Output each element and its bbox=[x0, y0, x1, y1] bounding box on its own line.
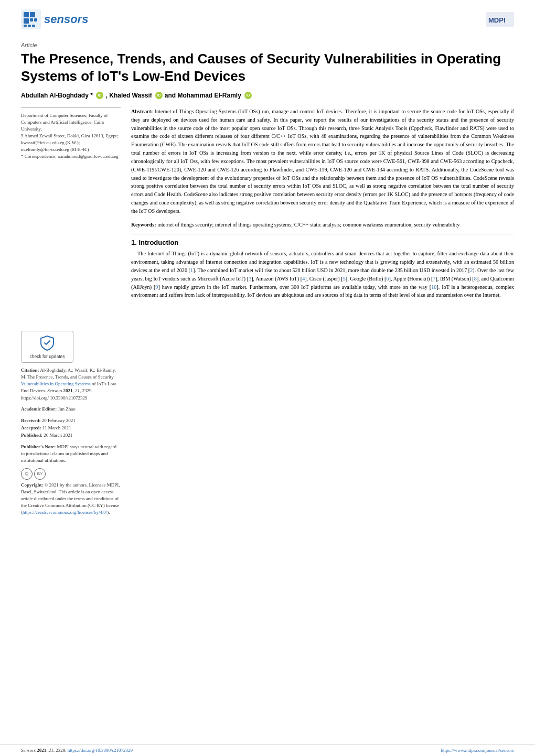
cc-icons: © BY bbox=[21, 468, 121, 480]
svg-rect-8 bbox=[32, 25, 35, 27]
svg-rect-5 bbox=[34, 18, 37, 21]
footer-citation: Sensors 2021, 21, 2329. https://doi.org/… bbox=[21, 748, 133, 753]
svg-rect-1 bbox=[24, 12, 29, 17]
published-date: Published: 26 March 2021 bbox=[21, 431, 121, 439]
received-date: Received: 20 February 2021 bbox=[21, 417, 121, 424]
copyright-text: Copyright: © 2021 by the authors. Licens… bbox=[21, 482, 121, 516]
journal-name: sensors bbox=[44, 13, 88, 26]
check-updates-label: check for updates bbox=[29, 354, 65, 359]
svg-rect-3 bbox=[24, 18, 29, 24]
content-area: Article The Presence, Trends, and Causes… bbox=[0, 35, 535, 530]
intro-heading: 1. Introduction bbox=[131, 239, 514, 246]
intro-text: The Internet of Things (IoT) is a dynami… bbox=[131, 250, 514, 299]
author-2: Khaled Wassif bbox=[109, 92, 152, 99]
author-separator-1: , bbox=[105, 92, 107, 99]
accepted-date: Accepted: 11 March 2021 bbox=[21, 424, 121, 431]
cc-license-box: © BY Copyright: © 2021 by the authors. L… bbox=[21, 468, 121, 516]
left-sidebar: Department of Computer Sciences, Faculty… bbox=[21, 107, 121, 519]
author-3-orcid[interactable]: iD bbox=[244, 92, 252, 99]
sensors-logo-icon bbox=[21, 9, 41, 29]
right-column: Abstract: Internet of Things Operating S… bbox=[131, 107, 514, 519]
svg-text:MDPI: MDPI bbox=[488, 16, 506, 24]
author-connector: and Mohammad El-Ramly bbox=[165, 92, 241, 99]
check-for-updates-box[interactable]: check for updates bbox=[21, 331, 73, 363]
authors-line: Abdullah Al-Boghdady * iD , Khaled Wassi… bbox=[21, 92, 514, 99]
abstract-text: Abstract: Internet of Things Operating S… bbox=[131, 107, 514, 215]
section-divider bbox=[131, 234, 514, 234]
citation-text: Citation: Al-Boghdady, A.; Wassif, K.; E… bbox=[21, 367, 121, 401]
author-1-orcid[interactable]: iD bbox=[96, 92, 103, 99]
check-updates-inner: check for updates bbox=[25, 334, 69, 359]
svg-rect-2 bbox=[30, 12, 35, 17]
affiliation-text: Department of Computer Sciences, Faculty… bbox=[21, 112, 121, 160]
cc-icon: © bbox=[21, 468, 33, 480]
svg-rect-4 bbox=[30, 18, 33, 21]
svg-rect-6 bbox=[24, 25, 27, 27]
mdpi-logo-icon: MDPI bbox=[486, 12, 514, 27]
header: sensors MDPI bbox=[0, 0, 535, 35]
article-title: The Presence, Trends, and Causes of Secu… bbox=[21, 50, 514, 84]
dates-box: Received: 20 February 2021 Accepted: 11 … bbox=[21, 417, 121, 439]
journal-logo[interactable]: sensors bbox=[21, 9, 88, 29]
publisher-note: Publisher's Note: MDPI stays neutral wit… bbox=[21, 444, 121, 464]
keywords-text: Keywords: internet of things security; i… bbox=[131, 221, 514, 229]
citation-box: Citation: Al-Boghdady, A.; Wassif, K.; E… bbox=[21, 367, 121, 401]
footer: Sensors 2021, 21, 2329. https://doi.org/… bbox=[0, 744, 535, 756]
article-type-label: Article bbox=[21, 42, 514, 48]
affiliation-box: Department of Computer Sciences, Faculty… bbox=[21, 107, 121, 163]
author-2-orcid[interactable]: iD bbox=[155, 92, 163, 99]
shield-icon bbox=[39, 334, 56, 352]
two-column-layout: Department of Computer Sciences, Faculty… bbox=[21, 107, 514, 519]
academic-editor-box: Academic Editor: Jun Zhao bbox=[21, 406, 121, 413]
svg-rect-7 bbox=[28, 25, 31, 27]
cc-by-icon: BY bbox=[34, 468, 46, 480]
footer-url[interactable]: https://www.mdpi.com/journal/sensors bbox=[441, 748, 514, 753]
author-1: Abdullah Al-Boghdady * bbox=[21, 92, 93, 99]
